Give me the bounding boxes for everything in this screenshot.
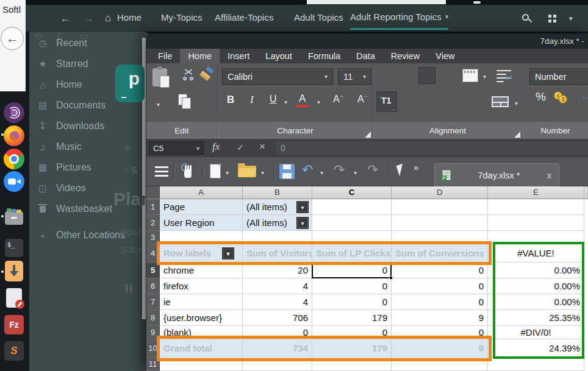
shrink-font-button[interactable]: A− bbox=[357, 94, 368, 105]
menu-data[interactable]: Data bbox=[348, 49, 383, 63]
cell-name-box[interactable]: C5 ▾ bbox=[149, 141, 204, 155]
align-bottom-button[interactable] bbox=[418, 67, 436, 84]
back-button[interactable]: ← bbox=[1, 27, 24, 50]
cell-E6[interactable]: 0.00% bbox=[488, 278, 584, 294]
insert-function-icon[interactable]: fx bbox=[212, 141, 220, 153]
merge-cells-caret-icon[interactable]: ▾ bbox=[515, 100, 518, 107]
col-header-A[interactable]: A bbox=[160, 186, 243, 199]
font-color-button[interactable]: A bbox=[299, 93, 306, 105]
cell-B5[interactable]: 20 bbox=[243, 263, 312, 278]
menu-layout[interactable]: Layout bbox=[257, 49, 300, 63]
undo-caret-icon[interactable]: ▾ bbox=[320, 169, 323, 176]
col-header-D[interactable]: D bbox=[392, 186, 488, 199]
row-header-4[interactable]: 4 bbox=[146, 244, 160, 263]
dock-terminal[interactable]: $_ bbox=[2, 236, 26, 260]
dialog-launcher-icon[interactable] bbox=[514, 132, 520, 138]
cell-B4[interactable]: Sum of Visitors bbox=[243, 244, 312, 263]
add-decimal-icon[interactable]: ←.0 bbox=[581, 93, 588, 100]
formula-input[interactable]: 0 bbox=[276, 141, 588, 155]
cell-B3[interactable] bbox=[243, 231, 312, 244]
cell-E5[interactable]: 0.00% bbox=[488, 263, 584, 278]
cell-B9[interactable]: 0 bbox=[243, 326, 312, 339]
dock-tor-browser[interactable] bbox=[2, 101, 26, 124]
cell-D2[interactable] bbox=[392, 215, 488, 231]
cell-A2[interactable]: User Region bbox=[160, 215, 243, 231]
nav-item-adult-topics[interactable]: Adult Topics bbox=[294, 5, 343, 30]
col-header-F[interactable] bbox=[584, 186, 588, 199]
dock-sublime-text[interactable]: S bbox=[2, 339, 26, 362]
window-titlebar[interactable]: 7day.xlsx * - bbox=[146, 34, 588, 49]
align-top-button[interactable] bbox=[377, 67, 394, 84]
align-left-button[interactable] bbox=[401, 93, 418, 110]
row-header-9[interactable]: 9 bbox=[146, 326, 160, 339]
cell-B1[interactable]: (All items)▾ bbox=[243, 199, 312, 215]
dock-firefox[interactable] bbox=[2, 124, 26, 147]
row-header-6[interactable]: 6 bbox=[146, 278, 160, 294]
cell-C11[interactable] bbox=[312, 358, 392, 371]
cell-C3[interactable] bbox=[312, 231, 392, 244]
paste-caret-icon[interactable]: ▾ bbox=[157, 101, 160, 108]
home-icon[interactable]: ⌂ bbox=[105, 5, 111, 32]
menu-file[interactable]: File bbox=[150, 49, 180, 63]
cell-B8[interactable]: 706 bbox=[243, 310, 312, 326]
apps-grid-icon[interactable] bbox=[548, 15, 551, 18]
cell-D4[interactable]: Sum of Conversions bbox=[392, 244, 488, 263]
menu-home[interactable]: Home bbox=[180, 49, 220, 63]
dock-text-editor[interactable] bbox=[2, 286, 26, 309]
nav-item-home[interactable]: Home bbox=[117, 5, 142, 30]
align-middle-button[interactable] bbox=[398, 67, 415, 84]
redo-caret-icon[interactable]: ▾ bbox=[354, 169, 357, 176]
align-right-button[interactable] bbox=[443, 93, 460, 110]
row-header-7[interactable]: 7 bbox=[146, 294, 160, 310]
nav-back-icon[interactable]: ← bbox=[60, 5, 71, 32]
nav-item-adult-reporting-topics[interactable]: Adult Reporting Topics▾ bbox=[350, 5, 448, 30]
select-pointer-icon[interactable] bbox=[396, 164, 406, 177]
underline-button[interactable]: U bbox=[270, 94, 277, 105]
cell-B2[interactable]: (All items)▾ bbox=[243, 215, 312, 231]
cell-dropdown-button[interactable]: ▾ bbox=[222, 247, 234, 259]
cell-A7[interactable]: ie bbox=[160, 294, 243, 310]
cell-C4[interactable]: Sum of LP Clicks bbox=[312, 244, 392, 263]
search-icon[interactable] bbox=[522, 14, 529, 21]
new-document-caret-icon[interactable]: ▾ bbox=[226, 169, 229, 176]
tab-close-icon[interactable]: x bbox=[547, 171, 551, 180]
nav-item-affiliate-topics[interactable]: Affiliate-Topics bbox=[215, 5, 273, 30]
cell-B10[interactable]: 734 bbox=[243, 339, 312, 358]
italic-button[interactable]: I bbox=[250, 94, 254, 106]
cell-E9[interactable]: #DIV/0! bbox=[488, 326, 584, 339]
cell-C7[interactable]: 0 bbox=[312, 294, 392, 310]
open-file-caret-icon[interactable]: ▾ bbox=[261, 169, 264, 176]
cell-D3[interactable] bbox=[392, 231, 488, 244]
text-orientation-button[interactable]: ← T1 → bbox=[376, 91, 397, 112]
cell-D8[interactable]: 9 bbox=[392, 310, 488, 326]
new-document-icon[interactable] bbox=[210, 164, 221, 178]
cell-D7[interactable]: 0 bbox=[392, 294, 488, 310]
undo-icon[interactable]: ↶ bbox=[302, 162, 313, 178]
dock-file-archiver[interactable] bbox=[2, 204, 26, 227]
cell-C10[interactable]: 179 bbox=[312, 339, 392, 358]
nav-item-my-topics[interactable]: My-Topics bbox=[161, 5, 203, 30]
cell-C8[interactable]: 179 bbox=[312, 310, 392, 326]
menu-review[interactable]: Review bbox=[383, 49, 428, 63]
cell-A6[interactable]: firefox bbox=[160, 278, 243, 294]
cell-A10[interactable]: Grand total bbox=[160, 339, 243, 358]
cell-A9[interactable]: (blank) bbox=[160, 326, 243, 339]
col-header-B[interactable]: B bbox=[243, 186, 312, 199]
align-center-button[interactable] bbox=[422, 93, 439, 110]
row-header-11[interactable]: 11 bbox=[146, 358, 160, 371]
cell-B11[interactable] bbox=[243, 358, 312, 371]
repeat-icon[interactable]: ↷ bbox=[367, 162, 378, 178]
cell-A5[interactable]: chrome bbox=[160, 263, 243, 278]
col-header-C[interactable]: C bbox=[312, 186, 392, 199]
cell-E10[interactable]: 24.39% bbox=[488, 339, 584, 358]
cell-A11[interactable] bbox=[160, 358, 243, 371]
cell-D6[interactable]: 0 bbox=[392, 278, 488, 294]
touch-mode-icon[interactable] bbox=[180, 163, 196, 180]
cell-C2[interactable] bbox=[312, 215, 392, 231]
toolbar-overflow-chevron[interactable]: » bbox=[414, 162, 418, 172]
wrap-text-icon[interactable]: ↩ bbox=[497, 69, 512, 83]
cell-D9[interactable]: 0 bbox=[392, 326, 488, 339]
cell-E4[interactable]: #VALUE! bbox=[488, 244, 584, 263]
cell-E2[interactable] bbox=[488, 215, 584, 231]
number-format-combo[interactable]: Number bbox=[529, 68, 588, 85]
